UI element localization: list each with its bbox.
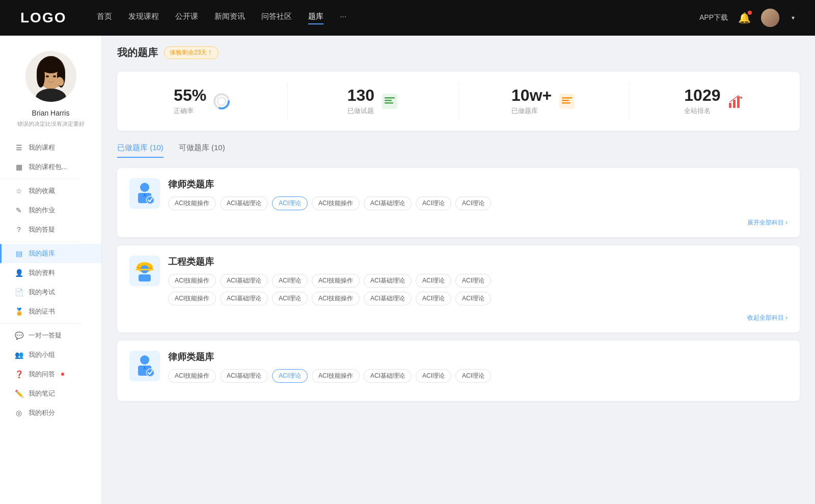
list-orange-icon bbox=[558, 93, 576, 110]
sidebar-label-homework: 我的作业 bbox=[29, 206, 55, 215]
user-avatar[interactable] bbox=[761, 9, 779, 27]
tab-available-banks[interactable]: 可做题库 (10) bbox=[179, 143, 225, 158]
sidebar-label-myqa: 我的问答 bbox=[29, 370, 55, 379]
sidebar-label-group: 我的小组 bbox=[29, 350, 55, 359]
tag-eng-8[interactable]: ACI技能操作 bbox=[168, 292, 216, 305]
svg-rect-23 bbox=[733, 100, 736, 108]
sidebar-item-myqa[interactable]: ❓ 我的问答 bbox=[0, 365, 101, 384]
tag-eng-10[interactable]: ACI理论 bbox=[272, 292, 308, 305]
tag-lawyer2-2[interactable]: ACI基础理论 bbox=[220, 369, 268, 383]
tag-eng-1[interactable]: ACI技能操作 bbox=[168, 274, 216, 288]
app-download-link[interactable]: APP下载 bbox=[699, 13, 728, 22]
qb-card-lawyer-1-header: 律师类题库 ACI技能操作 ACI基础理论 ACI理论 ACI技能操作 ACI基… bbox=[129, 178, 787, 210]
qb-card-engineer-tags-row2: ACI技能操作 ACI基础理论 ACI理论 ACI技能操作 ACI基础理论 AC… bbox=[168, 292, 787, 305]
course-icon: ☰ bbox=[14, 144, 23, 152]
tag-eng-11[interactable]: ACI技能操作 bbox=[312, 292, 360, 305]
sidebar-item-homework[interactable]: ✎ 我的作业 bbox=[0, 201, 101, 220]
tag-lawyer1-7[interactable]: ACI理论 bbox=[455, 197, 491, 210]
sidebar-label-profile: 我的资料 bbox=[29, 268, 55, 277]
tag-eng-7[interactable]: ACI理论 bbox=[455, 274, 491, 288]
sidebar-label-favorites: 我的收藏 bbox=[29, 186, 55, 195]
page-header: 我的题库 体验剩余23天！ bbox=[117, 46, 800, 60]
tag-eng-12[interactable]: ACI基础理论 bbox=[364, 292, 412, 305]
svg-rect-24 bbox=[737, 97, 740, 108]
tag-lawyer2-5[interactable]: ACI基础理论 bbox=[364, 369, 412, 383]
sidebar-item-points[interactable]: ◎ 我的积分 bbox=[0, 403, 101, 423]
sidebar-item-exam[interactable]: 📄 我的考试 bbox=[0, 283, 101, 302]
stat-done-banks-icon bbox=[558, 92, 576, 110]
tag-lawyer1-4[interactable]: ACI技能操作 bbox=[312, 197, 360, 210]
svg-rect-16 bbox=[385, 100, 392, 101]
sidebar-item-tutor[interactable]: 💬 一对一答疑 bbox=[0, 326, 101, 345]
sidebar-item-question[interactable]: ? 我的答疑 bbox=[0, 220, 101, 239]
svg-point-6 bbox=[40, 57, 62, 73]
engineer-icon-wrap bbox=[129, 256, 160, 286]
svg-rect-15 bbox=[385, 97, 395, 99]
tag-lawyer2-3[interactable]: ACI理论 bbox=[272, 369, 308, 383]
tag-eng-3[interactable]: ACI理论 bbox=[272, 274, 308, 288]
svg-rect-34 bbox=[139, 274, 151, 282]
user-menu-chevron[interactable]: ▾ bbox=[792, 14, 795, 21]
sidebar-item-my-course[interactable]: ☰ 我的课程 bbox=[0, 138, 101, 157]
tag-eng-4[interactable]: ACI技能操作 bbox=[312, 274, 360, 288]
tabs: 已做题库 (10) 可做题库 (10) bbox=[117, 143, 800, 158]
stat-ranking-text: 1029 全站排名 bbox=[684, 87, 720, 116]
tag-eng-2[interactable]: ACI基础理论 bbox=[220, 274, 268, 288]
stats-bar: 55% 正确率 130 已做试题 bbox=[117, 72, 800, 131]
svg-rect-21 bbox=[562, 102, 570, 104]
tag-eng-6[interactable]: ACI理论 bbox=[416, 274, 451, 288]
qb-card-lawyer-1-tags: ACI技能操作 ACI基础理论 ACI理论 ACI技能操作 ACI基础理论 AC… bbox=[168, 197, 787, 210]
stat-done-banks-value: 10w+ bbox=[511, 87, 552, 103]
tag-lawyer2-1[interactable]: ACI技能操作 bbox=[168, 369, 216, 383]
tag-eng-9[interactable]: ACI基础理论 bbox=[220, 292, 268, 305]
tag-lawyer1-1[interactable]: ACI技能操作 bbox=[168, 197, 216, 210]
tag-lawyer2-7[interactable]: ACI理论 bbox=[455, 369, 491, 383]
nav-tiku[interactable]: 题库 bbox=[308, 12, 323, 24]
sidebar-item-course-package[interactable]: ▦ 我的课程包... bbox=[0, 157, 101, 177]
qb-card-lawyer-1-title: 律师类题库 bbox=[168, 178, 787, 190]
nav-opencourse[interactable]: 公开课 bbox=[175, 12, 198, 24]
qb-card-lawyer-1-expand[interactable]: 展开全部科目 › bbox=[129, 218, 787, 227]
sidebar-divider-1 bbox=[0, 179, 81, 179]
nav-home[interactable]: 首页 bbox=[97, 12, 112, 24]
tiku-icon: ▤ bbox=[14, 249, 23, 258]
svg-rect-22 bbox=[729, 103, 731, 108]
homework-icon: ✎ bbox=[14, 206, 23, 214]
sidebar-label-course-package: 我的课程包... bbox=[29, 162, 67, 172]
nav-more[interactable]: ··· bbox=[340, 12, 346, 24]
stat-accuracy-value: 55% bbox=[174, 87, 206, 103]
sidebar-label-tiku: 我的题库 bbox=[29, 249, 55, 258]
sidebar-item-favorites[interactable]: ☆ 我的收藏 bbox=[0, 181, 101, 201]
tag-lawyer1-2[interactable]: ACI基础理论 bbox=[220, 197, 268, 210]
main-layout: Brian Harris 错误的决定比没有决定要好 ☰ 我的课程 ▦ 我的课程包… bbox=[0, 36, 815, 504]
tag-lawyer1-6[interactable]: ACI理论 bbox=[416, 197, 451, 210]
nav-discover[interactable]: 发现课程 bbox=[128, 12, 159, 24]
qb-card-engineer-body: 工程类题库 ACI技能操作 ACI基础理论 ACI理论 ACI技能操作 ACI基… bbox=[168, 256, 787, 305]
sidebar-item-cert[interactable]: 🏅 我的证书 bbox=[0, 302, 101, 321]
sidebar-item-notes[interactable]: ✏️ 我的笔记 bbox=[0, 384, 101, 403]
tag-lawyer1-3[interactable]: ACI理论 bbox=[272, 197, 308, 210]
tab-done-banks[interactable]: 已做题库 (10) bbox=[117, 143, 164, 158]
main-content: 我的题库 体验剩余23天！ 55% 正确率 bbox=[102, 36, 815, 504]
sidebar-label-tutor: 一对一答疑 bbox=[29, 331, 62, 340]
qb-card-engineer: 工程类题库 ACI技能操作 ACI基础理论 ACI理论 ACI技能操作 ACI基… bbox=[117, 245, 800, 332]
tag-lawyer2-4[interactable]: ACI技能操作 bbox=[312, 369, 360, 383]
qa-dot bbox=[61, 373, 64, 376]
sidebar-item-profile[interactable]: 👤 我的资料 bbox=[0, 263, 101, 283]
notification-bell[interactable]: 🔔 bbox=[738, 12, 751, 24]
qb-card-engineer-collapse[interactable]: 收起全部科目 › bbox=[129, 314, 787, 322]
qb-card-lawyer-1: 律师类题库 ACI技能操作 ACI基础理论 ACI理论 ACI技能操作 ACI基… bbox=[117, 168, 800, 237]
qb-card-lawyer-2-title: 律师类题库 bbox=[168, 351, 787, 363]
nav-qa[interactable]: 问答社区 bbox=[261, 12, 292, 24]
tag-eng-14[interactable]: ACI理论 bbox=[455, 292, 491, 305]
tag-lawyer1-5[interactable]: ACI基础理论 bbox=[364, 197, 412, 210]
tag-eng-5[interactable]: ACI基础理论 bbox=[364, 274, 412, 288]
svg-rect-20 bbox=[562, 100, 569, 101]
nav-news[interactable]: 新闻资讯 bbox=[214, 12, 245, 24]
qb-card-lawyer-2-tags: ACI技能操作 ACI基础理论 ACI理论 ACI技能操作 ACI基础理论 AC… bbox=[168, 369, 787, 383]
sidebar-avatar-image bbox=[25, 51, 76, 102]
sidebar-item-group[interactable]: 👥 我的小组 bbox=[0, 345, 101, 365]
tag-eng-13[interactable]: ACI理论 bbox=[416, 292, 451, 305]
tag-lawyer2-6[interactable]: ACI理论 bbox=[416, 369, 451, 383]
sidebar-item-tiku[interactable]: ▤ 我的题库 bbox=[0, 244, 101, 263]
